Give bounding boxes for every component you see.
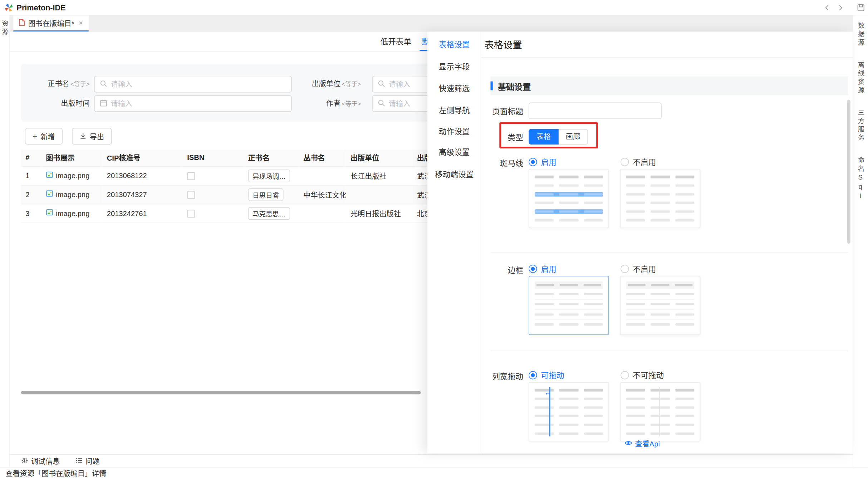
border-disable-radio[interactable]: 不启用 (621, 264, 656, 273)
add-button[interactable]: + 新增 (25, 128, 63, 145)
preview-row (626, 218, 694, 223)
cell-isbn (183, 185, 244, 204)
coldrag-disable-radio[interactable]: 不可拖动 (621, 371, 664, 380)
checkbox[interactable] (187, 210, 195, 217)
cell-image: image.png (41, 204, 102, 223)
right-rail: 数据源 离线资源 三方服务 命名Sql (853, 15, 868, 467)
zebra-disable-radio[interactable]: 不启用 (621, 157, 656, 166)
eye-icon (624, 439, 632, 448)
cell-isbn (183, 204, 244, 223)
preview-row (626, 414, 694, 418)
view-tab-form[interactable]: 低开表单 (380, 35, 411, 47)
cell-title: 日思日睿 (244, 185, 299, 204)
col-title: 正书名 (244, 150, 299, 166)
radio-unselected-icon (621, 157, 629, 166)
view-api-link[interactable]: 查看Api (624, 438, 660, 448)
rail-datasource-button[interactable]: 数据源 (856, 22, 865, 47)
rail-third-party-services-button[interactable]: 三方服务 (856, 109, 865, 142)
field-label-publish-date: 出版时间 (21, 95, 93, 112)
preview-row (626, 299, 694, 310)
page-title-label: 页面标题 (468, 106, 523, 117)
preview-row (535, 431, 603, 436)
app-window: Primeton-IDE 资源 数据源 离线资源 三方服务 命名Sql (0, 0, 868, 479)
back-icon[interactable] (824, 4, 830, 12)
section-basic-settings: 基础设置 (491, 77, 848, 96)
preview-row (535, 309, 603, 320)
preview-row (626, 192, 694, 196)
save-icon[interactable] (857, 4, 865, 12)
cell-title: 异现场调… (244, 166, 299, 185)
border-enable-radio[interactable]: 启用 (529, 264, 556, 273)
preview-row (535, 299, 603, 310)
export-button[interactable]: 导出 (72, 128, 112, 145)
preview-row (626, 396, 694, 401)
cell-series: 中华长江文化… (299, 185, 346, 204)
border-label: 边框 (468, 265, 523, 276)
zebra-enable-radio[interactable]: 启用 (529, 157, 556, 166)
nav-quick-filter[interactable]: 快速筛选 (427, 83, 481, 94)
page-title-input[interactable] (529, 102, 662, 119)
preview-header (535, 281, 603, 289)
book-title-button[interactable]: 马克思思… (248, 207, 290, 220)
publish-date-input-wrap[interactable] (94, 95, 292, 112)
horizontal-scrollbar[interactable] (21, 391, 421, 394)
nav-advanced-settings[interactable]: 高级设置 (427, 147, 481, 158)
nav-mobile-settings[interactable]: 移动端设置 (427, 169, 481, 180)
cell-index: 1 (21, 166, 41, 185)
field-label-author: 作者<等于> (292, 95, 370, 112)
zebra-off-preview (620, 169, 700, 228)
zebra-on-preview (529, 169, 609, 228)
image-icon (46, 171, 53, 180)
forward-icon[interactable] (837, 4, 844, 12)
image-filename[interactable]: image.png (56, 171, 89, 180)
col-isbn: ISBN (183, 150, 244, 166)
rail-offline-resources-button[interactable]: 离线资源 (856, 62, 865, 95)
plus-icon: + (33, 132, 37, 141)
drawer-title-divider (481, 57, 853, 58)
preview-row (535, 201, 603, 205)
nav-table-settings[interactable]: 表格设置 (427, 39, 481, 50)
tab-close-icon[interactable]: × (79, 19, 83, 27)
checkbox[interactable] (187, 172, 195, 180)
cell-series (299, 204, 346, 223)
preview-row (626, 405, 694, 410)
coldrag-enable-radio[interactable]: 可拖动 (529, 371, 564, 380)
image-filename[interactable]: image.png (56, 209, 89, 217)
preview-row (535, 218, 603, 223)
zebra-label: 斑马线 (468, 158, 523, 169)
calendar-icon (100, 99, 108, 108)
debug-info-button[interactable]: 调试信息 (21, 455, 60, 466)
preview-row (535, 289, 603, 299)
field-label-publisher: 出版单位<等于> (292, 76, 370, 92)
search-icon (378, 99, 386, 108)
radio-selected-icon (529, 157, 537, 166)
tab-book-cip[interactable]: 图书在版编目* × (13, 15, 88, 31)
book-title-input[interactable] (111, 80, 286, 88)
preview-row (535, 183, 603, 187)
tabbar: 图书在版编目* × (10, 15, 853, 31)
cell-cip: 2013242761 (102, 204, 182, 223)
preview-row (535, 192, 603, 196)
resources-rail-button[interactable]: 资源 (0, 20, 9, 36)
problems-button[interactable]: 问题 (75, 455, 100, 466)
book-title-button[interactable]: 日思日睿 (248, 188, 284, 201)
book-title-button[interactable]: 异现场调… (248, 169, 290, 182)
publish-date-input[interactable] (111, 99, 286, 108)
col-series: 丛书名 (299, 150, 346, 166)
preview-row (626, 422, 694, 427)
bug-icon (21, 456, 28, 465)
checkbox[interactable] (187, 191, 195, 199)
settings-drawer: 表格设置 显示字段 快速筛选 左侧导航 动作设置 高级设置 移动端设置 表格设置… (427, 31, 853, 453)
rail-named-sql-button[interactable]: 命名Sql (856, 157, 865, 201)
cell-publisher: 光明日报出版社 (346, 204, 413, 223)
coldrag-on-preview: ↔ (529, 382, 609, 441)
image-filename[interactable]: image.png (56, 190, 89, 199)
preview-row (535, 422, 603, 427)
section-accent-bar (491, 82, 493, 91)
book-title-search-input[interactable] (94, 76, 292, 92)
drawer-scrollbar[interactable] (847, 100, 850, 244)
preview-row (626, 431, 694, 436)
section-title: 基础设置 (498, 80, 531, 92)
preview-row (535, 175, 603, 179)
nav-display-fields[interactable]: 显示字段 (427, 61, 481, 72)
